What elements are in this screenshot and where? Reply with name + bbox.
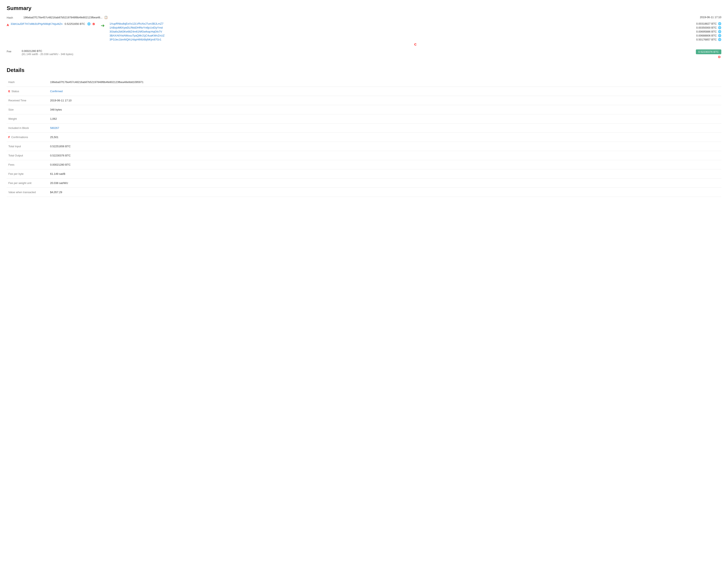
details-section: Details Hash 196eba07f176e457c48216ab87b… bbox=[7, 67, 721, 197]
output-globe-icon: 🌐 bbox=[718, 26, 721, 29]
table-row: Received Time 2019-06-11 17:10 bbox=[7, 96, 721, 105]
output-amount: 0.00688806 BTC bbox=[696, 34, 717, 37]
input-amount: 0.52251656 BTC bbox=[64, 22, 85, 25]
detail-label: Fees bbox=[7, 160, 48, 169]
output-amount: 0.00318827 BTC bbox=[696, 22, 717, 25]
output-right: 0.00350000 BTC 🌐 bbox=[696, 26, 721, 29]
detail-cell: 25,501 bbox=[48, 133, 721, 142]
output-address[interactable]: 3BAXA6YotAWouuTyaQMrJ1jC4uaKWnZnUZ bbox=[110, 34, 165, 37]
detail-value: $4,057.29 bbox=[50, 191, 62, 194]
table-row: Weight 1,062 bbox=[7, 114, 721, 124]
detail-cell: 196eba07f176e457c48216ab87b52197848f8b4f… bbox=[48, 78, 721, 87]
summary-section: Summary Hash 196eba07f176e457c48216ab87b… bbox=[7, 5, 721, 59]
detail-label: Hash bbox=[7, 78, 48, 87]
detail-label: EStatus bbox=[7, 87, 48, 96]
label-f: F bbox=[8, 136, 10, 139]
detail-label: Fee per byte bbox=[7, 169, 48, 179]
detail-cell: 61.149 sat/B bbox=[48, 169, 721, 179]
label-a: A bbox=[7, 22, 9, 28]
label-d: D bbox=[718, 55, 720, 59]
detail-cell: 1,062 bbox=[48, 114, 721, 124]
detail-label: Total Input bbox=[7, 142, 48, 151]
table-row: Fee per weight unit 20.038 sat/WU bbox=[7, 179, 721, 188]
copy-icon[interactable]: 📋 bbox=[104, 16, 108, 19]
table-row: Fees 0.00021280 BTC bbox=[7, 160, 721, 169]
detail-value: 1,062 bbox=[50, 117, 57, 120]
detail-value: 61.149 sat/B bbox=[50, 172, 65, 176]
detail-label: Received Time bbox=[7, 96, 48, 105]
output-globe-icon: 🌐 bbox=[718, 38, 721, 41]
output-right: 0.00695886 BTC 🌐 bbox=[696, 30, 721, 33]
fee-label: Fee bbox=[7, 49, 19, 53]
detail-cell: 20.038 sat/WU bbox=[48, 179, 721, 188]
table-row: EStatus Confirmed bbox=[7, 87, 721, 96]
fee-detail: (61.149 sat/B - 20.038 sat/WU - 348 byte… bbox=[22, 53, 73, 56]
detail-label: Total Output bbox=[7, 151, 48, 160]
table-row: Total Input 0.52251656 BTC bbox=[7, 142, 721, 151]
detail-cell: 0.00021280 BTC bbox=[48, 160, 721, 169]
detail-label: Weight bbox=[7, 114, 48, 124]
arrow-icon: ➔ bbox=[101, 23, 105, 28]
detail-value: 0.52230376 BTC bbox=[50, 154, 71, 157]
detail-cell: 2019-06-11 17:10 bbox=[48, 96, 721, 105]
output-amount: 0.50176857 BTC bbox=[696, 38, 717, 41]
detail-label: Included in Block bbox=[7, 124, 48, 133]
detail-cell: Confirmed bbox=[48, 87, 721, 96]
detail-label: Fee per weight unit bbox=[7, 179, 48, 188]
input-globe-icon: 🌐 bbox=[87, 22, 91, 25]
output-globe-icon: 🌐 bbox=[718, 30, 721, 33]
status-value: Confirmed bbox=[50, 90, 63, 93]
label-b: B bbox=[93, 22, 95, 26]
detail-cell: 0.52251656 BTC bbox=[48, 142, 721, 151]
table-row: Total Output 0.52230376 BTC bbox=[7, 151, 721, 160]
detail-cell: 580267 bbox=[48, 124, 721, 133]
details-title: Details bbox=[7, 67, 721, 73]
table-row: Fee per byte 61.149 sat/B bbox=[7, 169, 721, 179]
output-right: 0.50176857 BTC 🌐 bbox=[696, 38, 721, 41]
tx-output-item: 1ABxjoM6XywDLRkbDHfNvYn6jcUxEiyYmd 0.003… bbox=[110, 26, 721, 29]
tx-output-item: 3FGJec1bmNQih1AbpHtNfz6bjNKjm87Gr1 0.501… bbox=[110, 38, 721, 41]
tx-input-item: 33drUaJDF7H7xMb3UPhjzNWqK7rkju4tZn 0.522… bbox=[11, 22, 96, 26]
tx-inputs: 33drUaJDF7H7xMb3UPhjzNWqK7rkju4tZn 0.522… bbox=[11, 22, 96, 27]
hash-label: Hash bbox=[7, 16, 19, 19]
output-address[interactable]: 1ABxjoM6XywDLRkbDHfNvYn6jcUxEiyYmd bbox=[110, 26, 163, 29]
detail-value: 348 bytes bbox=[50, 108, 62, 111]
detail-label: Value when transacted bbox=[7, 188, 48, 197]
output-globe-icon: 🌐 bbox=[718, 34, 721, 37]
detail-cell: $4,057.29 bbox=[48, 188, 721, 197]
detail-label: Size bbox=[7, 105, 48, 114]
output-right: 0.00688806 BTC 🌐 bbox=[696, 34, 721, 37]
output-amount: 0.00695886 BTC bbox=[696, 30, 717, 33]
total-output-badge: 0.52230376 BTC bbox=[696, 49, 721, 54]
summary-hash-value: 196eba07f176e457c48216ab87b52197848f8b4f… bbox=[23, 16, 108, 19]
table-row: Size 348 bytes bbox=[7, 105, 721, 114]
table-row: Hash 196eba07f176e457c48216ab87b52197848… bbox=[7, 78, 721, 87]
block-link[interactable]: 580267 bbox=[50, 126, 59, 130]
output-address[interactable]: 3FGJec1bmNQih1AbpHtNfz6bjNKjm87Gr1 bbox=[110, 38, 162, 41]
table-row: FConfirmations 25,501 bbox=[7, 133, 721, 142]
summary-title: Summary bbox=[7, 5, 721, 11]
output-amount: 0.00350000 BTC bbox=[696, 26, 717, 29]
detail-value: 196eba07f176e457c48216ab87b52197848f8b4f… bbox=[50, 81, 144, 84]
detail-label: FConfirmations bbox=[7, 133, 48, 142]
summary-hash-row: Hash 196eba07f176e457c48216ab87b52197848… bbox=[7, 16, 721, 19]
output-address[interactable]: 1AupRNbu8qEeXx12LVRxXeJ7um3BJLrnZ7 bbox=[110, 22, 163, 25]
detail-value: 20.038 sat/WU bbox=[50, 182, 68, 185]
detail-value: 25,501 bbox=[50, 136, 58, 139]
input-address[interactable]: 33drUaJDF7H7xMb3UPhjzNWqK7rkju4tZn bbox=[11, 22, 63, 25]
hash-short-text: 196eba07f176e457c48216ab87b52197848f8b4f… bbox=[23, 16, 102, 19]
label-e: E bbox=[8, 90, 10, 93]
tx-output-item: 3Gta6s2b63Ke68Z4m61NfGwfoqcHqGfo7V 0.006… bbox=[110, 30, 721, 33]
details-table: Hash 196eba07f176e457c48216ab87b52197848… bbox=[7, 78, 721, 197]
output-address[interactable]: 3Gta6s2b63Ke68Z4m61NfGwfoqcHqGfo7V bbox=[110, 30, 162, 33]
detail-value: 0.52251656 BTC bbox=[50, 145, 71, 148]
detail-cell: 0.52230376 BTC bbox=[48, 151, 721, 160]
fee-main: 0.00021280 BTC bbox=[22, 49, 73, 53]
tx-output-item: 1AupRNbu8qEeXx12LVRxXeJ7um3BJLrnZ7 0.003… bbox=[110, 22, 721, 25]
summary-timestamp: 2019-06-11 17:10 bbox=[700, 16, 721, 19]
fee-row: Fee 0.00021280 BTC (61.149 sat/B - 20.03… bbox=[7, 49, 721, 59]
detail-value: 0.00021280 BTC bbox=[50, 163, 71, 166]
output-globe-icon: 🌐 bbox=[718, 22, 721, 25]
tx-outputs: 1AupRNbu8qEeXx12LVRxXeJ7um3BJLrnZ7 0.003… bbox=[110, 22, 721, 42]
table-row: Value when transacted $4,057.29 bbox=[7, 188, 721, 197]
